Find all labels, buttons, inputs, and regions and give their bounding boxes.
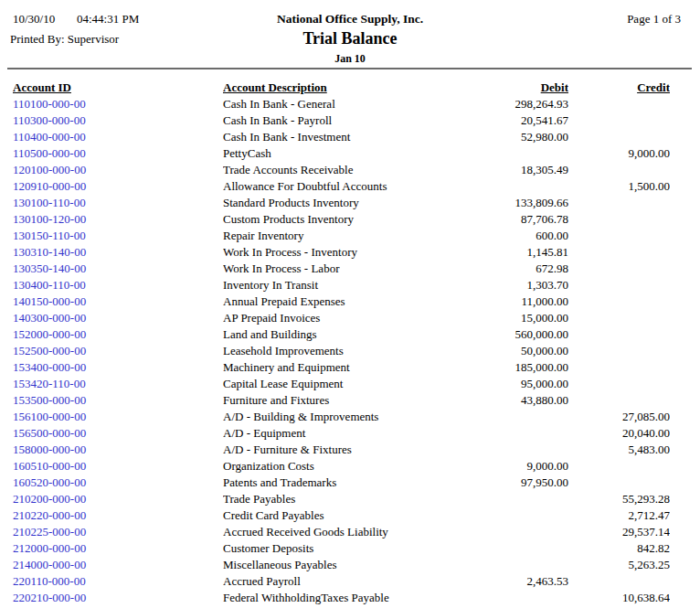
account-id-link[interactable]: 152000-000-00: [13, 326, 223, 343]
account-id-link[interactable]: 140150-000-00: [13, 293, 223, 310]
account-id-link[interactable]: 160520-000-00: [13, 475, 223, 491]
debit-value: 1,145.81: [464, 244, 568, 261]
table-row: 212000-000-00 Customer Deposits 842.82: [0, 540, 700, 557]
debit-value: 50,000.00: [464, 343, 568, 359]
table-row: 130350-140-00 Work In Process - Labor 67…: [0, 261, 700, 277]
debit-value: 11,000.00: [464, 293, 568, 310]
trial-balance-report-page: 10/30/10 04:44:31 PM National Office Sup…: [0, 0, 700, 608]
account-description: Trade Accounts Receivable: [223, 162, 464, 178]
account-id-link[interactable]: 130310-140-00: [13, 244, 223, 261]
header-divider: [7, 68, 692, 69]
account-id-link[interactable]: 153400-000-00: [13, 359, 223, 376]
account-id-link[interactable]: 110100-000-00: [13, 96, 223, 112]
account-id-link[interactable]: 158000-000-00: [13, 442, 223, 458]
credit-value: 5,263.25: [568, 557, 670, 573]
table-row: 152500-000-00 Leasehold Improvements 50,…: [0, 343, 700, 359]
credit-value: [568, 458, 670, 475]
credit-value: [568, 96, 670, 112]
credit-value: 2,712.47: [568, 507, 670, 524]
account-description: Trade Payables: [223, 491, 464, 507]
account-id-link[interactable]: 214000-000-00: [13, 557, 223, 573]
account-description: A/D - Building & Improvements: [223, 409, 464, 425]
credit-value: [568, 343, 670, 359]
report-title: Trial Balance: [0, 29, 700, 48]
account-id-link[interactable]: 130400-110-00: [13, 277, 223, 293]
credit-value: 27,085.00: [568, 409, 670, 425]
credit-value: [568, 277, 670, 293]
debit-value: 185,000.00: [464, 359, 568, 376]
debit-value: [464, 425, 568, 442]
table-row: 210220-000-00 Credit Card Payables 2,712…: [0, 507, 700, 524]
table-row: 214000-000-00 Miscellaneous Payables 5,2…: [0, 557, 700, 573]
account-description: A/D - Equipment: [223, 425, 464, 442]
column-header-account-id: Account ID: [13, 80, 223, 96]
table-row: 152000-000-00 Land and Buildings 560,000…: [0, 326, 700, 343]
account-id-link[interactable]: 120100-000-00: [13, 162, 223, 178]
credit-value: 55,293.28: [568, 491, 670, 507]
table-row: 110400-000-00 Cash In Bank - Investment …: [0, 129, 700, 145]
credit-value: 1,500.00: [568, 178, 670, 195]
credit-value: 5,483.00: [568, 442, 670, 458]
account-id-link[interactable]: 130350-140-00: [13, 261, 223, 277]
account-id-link[interactable]: 153500-000-00: [13, 392, 223, 409]
table-row: 156100-000-00 A/D - Building & Improveme…: [0, 409, 700, 425]
table-body: 110100-000-00 Cash In Bank - General 298…: [0, 96, 700, 606]
account-id-link[interactable]: 110500-000-00: [13, 145, 223, 162]
account-description: Cash In Bank - Payroll: [223, 112, 464, 129]
account-id-link[interactable]: 110300-000-00: [13, 112, 223, 129]
account-id-link[interactable]: 110400-000-00: [13, 129, 223, 145]
table-row: 158000-000-00 A/D - Furniture & Fixtures…: [0, 442, 700, 458]
account-id-link[interactable]: 156100-000-00: [13, 409, 223, 425]
credit-value: [568, 228, 670, 244]
account-description: Federal WithholdingTaxes Payable: [223, 590, 464, 606]
credit-value: [568, 392, 670, 409]
account-id-link[interactable]: 210200-000-00: [13, 491, 223, 507]
account-id-link[interactable]: 220210-000-00: [13, 590, 223, 606]
credit-value: [568, 211, 670, 228]
debit-value: 133,809.66: [464, 195, 568, 211]
credit-value: [568, 475, 670, 491]
debit-value: 18,305.49: [464, 162, 568, 178]
account-description: Repair Inventory: [223, 228, 464, 244]
account-description: Cash In Bank - General: [223, 96, 464, 112]
account-id-link[interactable]: 140300-000-00: [13, 310, 223, 326]
credit-value: [568, 195, 670, 211]
table-row: 210200-000-00 Trade Payables 55,293.28: [0, 491, 700, 507]
account-id-link[interactable]: 152500-000-00: [13, 343, 223, 359]
account-description: Work In Process - Inventory: [223, 244, 464, 261]
account-id-link[interactable]: 160510-000-00: [13, 458, 223, 475]
column-header-account-description: Account Description: [223, 80, 464, 96]
table-row: 160520-000-00 Patents and Trademarks 97,…: [0, 475, 700, 491]
account-description: Custom Products Inventory: [223, 211, 464, 228]
account-id-link[interactable]: 220110-000-00: [13, 573, 223, 590]
column-header-debit: Debit: [464, 80, 568, 96]
credit-value: [568, 326, 670, 343]
account-id-link[interactable]: 130150-110-00: [13, 228, 223, 244]
account-id-link[interactable]: 210220-000-00: [13, 507, 223, 524]
credit-value: [568, 129, 670, 145]
account-id-link[interactable]: 212000-000-00: [13, 540, 223, 557]
account-id-link[interactable]: 120910-000-00: [13, 178, 223, 195]
debit-value: 97,950.00: [464, 475, 568, 491]
account-id-link[interactable]: 210225-000-00: [13, 524, 223, 540]
debit-value: [464, 557, 568, 573]
debit-value: 560,000.00: [464, 326, 568, 343]
credit-value: [568, 573, 670, 590]
account-description: Standard Products Inventory: [223, 195, 464, 211]
debit-value: [464, 491, 568, 507]
account-id-link[interactable]: 130100-120-00: [13, 211, 223, 228]
debit-value: 87,706.78: [464, 211, 568, 228]
debit-value: 298,264.93: [464, 96, 568, 112]
account-id-link[interactable]: 156500-000-00: [13, 425, 223, 442]
table-row: 120100-000-00 Trade Accounts Receivable …: [0, 162, 700, 178]
credit-value: [568, 244, 670, 261]
table-row: 110300-000-00 Cash In Bank - Payroll 20,…: [0, 112, 700, 129]
account-id-link[interactable]: 130100-110-00: [13, 195, 223, 211]
table-row: 110500-000-00 PettyCash 9,000.00: [0, 145, 700, 162]
table-row: 156500-000-00 A/D - Equipment 20,040.00: [0, 425, 700, 442]
account-description: Work In Process - Labor: [223, 261, 464, 277]
account-id-link[interactable]: 153420-110-00: [13, 376, 223, 392]
credit-value: [568, 359, 670, 376]
column-header-row: Account ID Account Description Debit Cre…: [0, 80, 700, 96]
report-period: Jan 10: [0, 52, 700, 66]
